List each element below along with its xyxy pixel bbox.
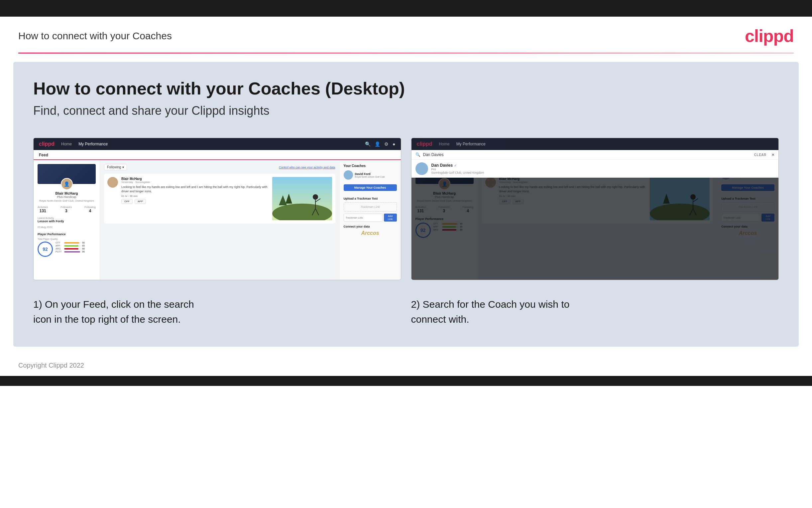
post-card-1: Blair McHarg Yesterday · Sunningdale Loo… [104,174,335,223]
add-link-button-1[interactable]: Add Link [384,214,397,221]
post-image-1 [272,177,332,220]
bar-arg-track [64,248,81,250]
copyright-text: Copyright Clippd 2022 [18,362,84,369]
post-text-1: Looking to feel like my hands are exitin… [121,185,269,193]
quality-title-1: Total Player Quality [38,238,96,240]
app-nav-1: clippd Home My Performance 🔍 👤 ⚙ ● [34,138,401,150]
trackman-input-row-1: Add Link [344,214,397,221]
profile-stats-1: Activities 131 Followers 3 Following 4 [38,206,96,213]
bar-ott: OTT 90 [55,242,96,244]
logo: clippd [745,26,794,46]
result-club-2: Sunningdale Golf Club, United Kingdom [431,171,484,174]
quality-circle-1: 92 [38,242,53,257]
app-nav-2: clippd Home My Performance [412,138,779,150]
arccos-logo-1: Arccos [344,230,397,236]
profile-handicap-1: Plus Handicap [38,195,96,199]
bar-ott-fill [64,242,79,244]
bar-arg-label: ARG [55,248,63,250]
steps-row: 1) On your Feed, click on the search ico… [33,297,779,327]
performance-section-1: Player Performance Total Player Quality … [38,232,96,257]
search-result-dropdown-2[interactable]: Dan Davies ✓ Pro Sunningdale Golf Club, … [412,159,779,178]
following-chevron-icon: ▾ [122,165,124,169]
main-subheading: Find, connect and share your Clippd insi… [33,104,779,118]
search-bar-2: 🔍 Dan Davies CLEAR × [412,150,779,159]
bar-putt-value: 96 [82,251,85,253]
following-label: Following [85,206,96,209]
bottom-bar [0,376,812,386]
upload-title-1: Upload a Trackman Test [344,197,397,200]
nav-performance-1[interactable]: My Performance [79,142,108,146]
header-divider [18,52,794,53]
trackman-input-1[interactable] [344,214,383,221]
profile-panel-1: 👤 Blair McHarg Plus Handicap Royal North… [34,160,100,280]
close-button-2[interactable]: × [772,152,774,157]
clear-button-2[interactable]: CLEAR [754,153,766,157]
feed-tab-1[interactable]: Feed [39,153,48,160]
post-avatar-1 [107,177,118,187]
followers-value: 3 [60,209,72,213]
bar-arg-fill [64,248,79,250]
center-feed-1: Following ▾ Control who can see your act… [100,160,339,280]
control-link-1[interactable]: Control who can see your activity and da… [279,166,335,169]
profile-club-1: Royal North Devon Golf Club, United King… [38,199,96,202]
coaches-title-1: Your Coaches [344,164,397,168]
bar-putt-label: PUTT [55,251,63,253]
post-actions-1: OFF APP [121,199,269,204]
nav-home-2: Home [439,142,450,146]
activity-name-1: Lesson with Fordy [38,220,96,223]
trackman-placeholder-1: Trackman Link [344,202,397,212]
bar-app: APP 85 [55,245,96,247]
coaches-panel-1: Your Coaches David Ford Royal North Devo… [339,160,401,280]
mock-screen-1: clippd Home My Performance 🔍 👤 ⚙ ● Feed [34,138,401,280]
bar-app-track [64,245,81,247]
profile-name-1: Blair McHarg [38,191,96,195]
coach-club-1: Royal North Devon Golf Club [355,176,385,178]
following-row-1: Following ▾ Control who can see your act… [104,164,335,170]
latest-activity-label: Latest Activity [38,217,96,220]
user-nav-icon[interactable]: 👤 [375,141,380,147]
bar-ott-track [64,242,81,244]
followers-label: Followers [60,206,72,209]
footer: Copyright Clippd 2022 [0,355,812,376]
app-button-1[interactable]: APP [135,199,146,204]
manage-coaches-button-1[interactable]: Manage Your Coaches [344,184,397,191]
bar-arg-value: 86 [82,248,85,250]
search-nav-icon[interactable]: 🔍 [365,141,371,147]
nav-home-1[interactable]: Home [61,142,72,146]
screenshot-1: clippd Home My Performance 🔍 👤 ⚙ ● Feed [33,138,401,280]
screenshot-2: clippd Home My Performance Feed 👤 Bla [411,138,779,280]
app-logo-1: clippd [39,141,54,147]
result-avatar-2 [416,162,428,175]
bar-arg: ARG 86 [55,248,96,250]
coach-name-1: David Ford [355,172,385,176]
result-name-2: Dan Davies [431,163,453,168]
verified-icon-2: ✓ [454,164,457,167]
avatar-nav[interactable]: ● [392,141,395,147]
nav-icons-1: 🔍 👤 ⚙ ● [365,141,395,147]
following-button-1[interactable]: Following ▾ [104,164,127,170]
post-meta-1: Yesterday · Sunningdale [121,181,269,184]
search-icon-2: 🔍 [416,153,421,157]
step-1-text: 1) On your Feed, click on the search ico… [33,297,401,327]
connect-title-1: Connect your data [344,225,397,228]
perf-title-1: Player Performance [38,232,96,236]
app-logo-2: clippd [417,141,432,147]
profile-cover-1: 👤 [38,164,96,184]
page-title: How to connect with your Coaches [18,30,172,42]
bar-ott-value: 90 [82,242,85,244]
header: How to connect with your Coaches clippd [0,17,812,52]
settings-nav-icon[interactable]: ⚙ [384,141,389,147]
off-button-1[interactable]: OFF [121,199,133,204]
upload-section-1: Upload a Trackman Test Trackman Link Add… [344,197,397,236]
bar-app-fill [64,245,79,247]
post-content-1: Blair McHarg Yesterday · Sunningdale Loo… [121,177,269,220]
bar-app-value: 85 [82,245,85,247]
activity-date-1: 03 Aug 2022 [38,225,96,228]
post-author-1: Blair McHarg [121,177,269,181]
post-duration-1: 01 hr : 30 min [121,195,269,198]
bar-putt-track [64,251,81,253]
bar-ott-label: OTT [55,242,63,244]
search-overlay-2: 🔍 Dan Davies CLEAR × Dan Davies ✓ [412,150,779,280]
screenshots-row: clippd Home My Performance 🔍 👤 ⚙ ● Feed [33,138,779,280]
search-query-2[interactable]: Dan Davies [423,153,752,157]
